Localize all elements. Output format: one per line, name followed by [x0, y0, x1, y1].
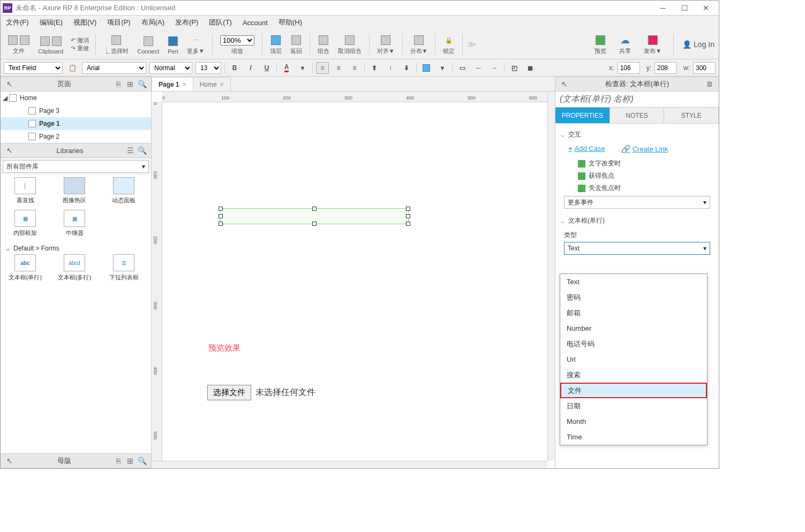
choose-file-button[interactable]: 选择文件: [207, 385, 251, 400]
fontweight-select[interactable]: Normal: [149, 62, 192, 74]
italic-button[interactable]: I: [244, 62, 257, 74]
menu-view[interactable]: 视图(V): [70, 17, 100, 28]
collapse-icon[interactable]: ↖: [5, 146, 14, 155]
type-option-password[interactable]: 密码: [560, 290, 707, 305]
page-row-page1[interactable]: Page 1: [1, 117, 151, 130]
tab-properties[interactable]: PROPERTIES: [555, 108, 610, 123]
close-button[interactable]: ✕: [695, 2, 717, 14]
menu-icon[interactable]: ☰: [125, 146, 135, 155]
lib-textarea[interactable]: abcd文本框(多行): [52, 254, 97, 282]
menu-project[interactable]: 项目(P): [104, 17, 133, 28]
search-icon[interactable]: 🔍: [137, 79, 147, 89]
tool-publish[interactable]: 发布▼: [641, 33, 665, 55]
event-blur[interactable]: 失去焦点时: [578, 184, 713, 193]
menu-account[interactable]: Account: [239, 18, 271, 28]
fontsize-select[interactable]: 13: [195, 62, 221, 74]
textcolor-button[interactable]: A: [280, 62, 293, 74]
tool-lock[interactable]: 🔒锁定: [440, 33, 458, 55]
tool-back[interactable]: 返回: [287, 33, 305, 55]
undo-button[interactable]: ↶ 撤消: [71, 36, 89, 44]
type-option-text[interactable]: Text: [560, 274, 707, 290]
redo-button[interactable]: ↷ 重做: [71, 44, 89, 52]
widget-name-field[interactable]: (文本框(单行) 名称): [555, 92, 719, 108]
y-input[interactable]: [654, 62, 677, 74]
library-select[interactable]: 所有部件库▾: [3, 160, 149, 173]
collapse-icon[interactable]: ↖: [5, 456, 14, 466]
tab-style[interactable]: STYLE: [664, 108, 719, 123]
canvas[interactable]: 0 100 200 300 400 500 600 0 100 200 300 …: [152, 92, 555, 468]
add-folder-icon[interactable]: ⊞: [125, 456, 135, 466]
lib-droplist[interactable]: ☰下拉列表框: [101, 254, 146, 282]
page-row-page3[interactable]: Page 3: [1, 104, 151, 117]
page-row-home[interactable]: ◢Home: [1, 92, 151, 104]
tool-distribute[interactable]: 分布▼: [407, 33, 431, 55]
event-textchange[interactable]: 文字改变时: [578, 159, 713, 168]
shadow-button[interactable]: ◼: [524, 62, 537, 74]
add-case-link[interactable]: +Add Case: [568, 145, 605, 153]
canvas-scrollbar-h[interactable]: [152, 461, 547, 468]
tool-connect[interactable]: Connect: [134, 34, 162, 55]
lib-repeater[interactable]: ▦中继器: [52, 210, 97, 237]
tool-select[interactable]: ⎿ 选择时: [100, 33, 132, 55]
tab-page1[interactable]: Page 1×: [152, 77, 193, 91]
more-events-select[interactable]: 更多事件▾: [564, 196, 710, 209]
lib-hotspot[interactable]: 图像热区: [52, 177, 97, 204]
paste-format-icon[interactable]: 📋: [66, 62, 79, 74]
search-icon[interactable]: 🔍: [137, 456, 147, 466]
add-master-icon[interactable]: ⎘: [114, 456, 123, 466]
tab-notes[interactable]: NOTES: [610, 108, 665, 123]
tool-ungroup[interactable]: 取消组合: [335, 33, 365, 55]
align-center-button[interactable]: ≡: [332, 62, 345, 74]
minimize-button[interactable]: ─: [652, 2, 674, 14]
tool-preview[interactable]: 预览: [591, 33, 610, 55]
tool-zoom[interactable]: 100%缩放: [217, 33, 258, 55]
valign-bot-button[interactable]: ⬇: [400, 62, 413, 74]
align-right-button[interactable]: ≡: [348, 62, 361, 74]
lib-dynpanel[interactable]: 动态面板: [101, 177, 146, 204]
lib-textfield[interactable]: abc文本框(单行): [3, 254, 48, 282]
more-fill-button[interactable]: ▾: [436, 62, 449, 74]
search-icon[interactable]: 🔍: [137, 146, 147, 155]
menu-help[interactable]: 帮助(H): [275, 17, 305, 28]
menu-team[interactable]: 团队(T): [206, 17, 235, 28]
type-option-number[interactable]: Number: [560, 321, 707, 336]
type-option-phone[interactable]: 电话号码: [560, 336, 707, 352]
close-icon[interactable]: ×: [220, 81, 224, 88]
x-input[interactable]: [618, 62, 640, 74]
login-button[interactable]: 👤Log In: [682, 40, 714, 49]
corner-button[interactable]: ◰: [508, 62, 521, 74]
tool-top[interactable]: 顶层: [267, 33, 285, 55]
collapse-icon[interactable]: ↖: [560, 79, 569, 89]
tool-clipboard[interactable]: Clipboard: [35, 34, 66, 55]
bold-button[interactable]: B: [228, 62, 241, 74]
arrow-button[interactable]: →: [488, 62, 501, 74]
page-row-page2[interactable]: Page 2: [1, 130, 151, 143]
type-option-date[interactable]: 日期: [560, 398, 707, 414]
type-option-url[interactable]: Url: [560, 352, 707, 367]
add-folder-icon[interactable]: ⊞: [125, 79, 135, 89]
underline-button[interactable]: U: [260, 62, 273, 74]
collapse-icon[interactable]: ↖: [5, 79, 14, 89]
tool-more[interactable]: ⋯更多▼: [184, 33, 208, 55]
widget-section[interactable]: ⌵文本框(单行): [561, 214, 713, 227]
w-input[interactable]: [693, 62, 716, 74]
type-option-search[interactable]: 搜索: [560, 367, 707, 383]
tab-home[interactable]: Home×: [193, 77, 231, 91]
border-button[interactable]: ▭: [456, 62, 469, 74]
tool-align[interactable]: 对齐▼: [374, 33, 398, 55]
align-left-button[interactable]: ≡: [316, 62, 329, 74]
selected-textfield-widget[interactable]: [220, 208, 409, 224]
event-focus[interactable]: 获得焦点: [578, 171, 713, 180]
type-option-time[interactable]: Time: [560, 429, 707, 445]
type-select[interactable]: Text▾: [564, 242, 710, 255]
lib-iframe[interactable]: ▦内部框架: [3, 210, 48, 237]
maximize-button[interactable]: ☐: [674, 2, 695, 14]
note-icon[interactable]: 🗎: [705, 79, 714, 89]
interact-section[interactable]: ⌵交互: [561, 128, 713, 141]
menu-layout[interactable]: 布局(A): [138, 17, 168, 28]
add-page-icon[interactable]: ⎘: [114, 79, 123, 89]
tool-file[interactable]: 文件: [5, 33, 33, 55]
create-link[interactable]: 🔗Create Link: [621, 145, 668, 153]
valign-top-button[interactable]: ⬆: [368, 62, 381, 74]
more-text-button[interactable]: ▾: [296, 62, 309, 74]
